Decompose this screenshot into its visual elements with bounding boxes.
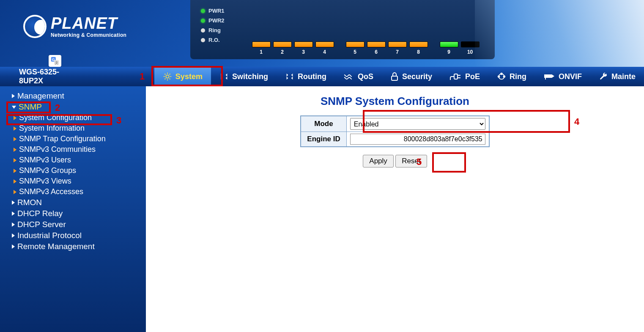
tab-label: ONVIF — [559, 72, 582, 81]
port-jack-icon — [367, 41, 386, 47]
port-label: 1 — [260, 49, 263, 55]
sidebar-item-dhcp-relay[interactable]: DHCP Relay — [0, 208, 146, 219]
sidebar-item-label: SNMPv3 Users — [19, 156, 71, 165]
chevron-right-icon — [14, 116, 16, 120]
sidebar-item-label: System Information — [19, 124, 85, 133]
translate-icon[interactable]: G 文 — [49, 55, 61, 67]
port-label: 2 — [281, 49, 284, 55]
header: PLANET Networking & Communication G 文 PW… — [0, 0, 644, 67]
port-1: 1 — [252, 41, 271, 55]
chevron-right-icon — [14, 137, 16, 141]
annotation-num-3: 3 — [116, 115, 121, 126]
tab-security[interactable]: Security — [382, 67, 441, 86]
sidebar-item-snmp[interactable]: SNMP — [0, 102, 146, 112]
gear-icon — [163, 72, 172, 81]
svg-rect-14 — [454, 74, 458, 79]
mode-select[interactable]: EnabledDisabled — [350, 118, 485, 130]
annotation-num-4: 4 — [574, 116, 579, 127]
tab-system[interactable]: System — [154, 67, 211, 86]
port-jack-icon — [388, 41, 407, 47]
sidebar-item-dhcp-server[interactable]: DHCP Server — [0, 219, 146, 230]
tab-mainte[interactable]: Mainte — [590, 67, 644, 86]
tab-poe[interactable]: PoE — [441, 67, 488, 86]
port-label: 6 — [375, 49, 378, 55]
sidebar-item-snmpv3-groups[interactable]: SNMPv3 Groups — [0, 165, 146, 176]
brand-tagline: Networking & Communication — [51, 32, 126, 38]
led-label: R.O. — [208, 37, 220, 43]
led-indicator-icon — [201, 19, 205, 23]
sidebar-item-label: Management — [17, 91, 64, 101]
sidebar-item-system-information[interactable]: System Information — [0, 123, 146, 134]
port-4: 4 — [315, 41, 334, 55]
engine-id-input[interactable] — [350, 134, 485, 145]
chevron-right-icon — [14, 158, 16, 162]
camera-icon — [543, 73, 555, 80]
engine-id-label: Engine ID — [301, 132, 346, 147]
sidebar-item-snmp-trap-configuration[interactable]: SNMP Trap Configuration — [0, 134, 146, 144]
sidebar-item-snmpv3-communities[interactable]: SNMPv3 Communities — [0, 144, 146, 155]
tab-label: Mainte — [611, 72, 636, 81]
chevron-right-icon — [14, 126, 16, 131]
sidebar-item-rmon[interactable]: RMON — [0, 197, 146, 208]
sidebar-item-label: SNMPv3 Groups — [19, 166, 76, 175]
lock-icon — [390, 72, 399, 81]
chevron-right-icon — [12, 211, 15, 216]
device-panel: PWR1PWR2RingR.O. 12345678910 — [190, 0, 495, 59]
led-ring: Ring — [201, 27, 225, 33]
svg-point-20 — [498, 76, 500, 77]
sidebar-item-management[interactable]: Management — [0, 91, 146, 102]
tab-qos[interactable]: QoS — [335, 67, 382, 86]
annotation-num-5: 5 — [417, 156, 422, 167]
tab-label: Ring — [510, 72, 526, 81]
svg-line-9 — [164, 74, 165, 74]
port-jack-icon — [440, 41, 458, 47]
svg-line-11 — [164, 79, 165, 80]
sidebar-item-label: SNMP — [19, 102, 42, 112]
wrench-icon — [599, 72, 608, 81]
sidebar-item-industrial-protocol[interactable]: Industrial Protocol — [0, 230, 146, 241]
svg-line-12 — [169, 74, 170, 74]
port-label: 9 — [447, 49, 450, 55]
annotation-num-1: 1 — [140, 71, 145, 82]
reset-button[interactable]: Reset — [395, 155, 427, 167]
tab-switching[interactable]: Switching — [211, 67, 277, 86]
sidebar-item-label: SNMP Trap Configuration — [19, 134, 106, 143]
brand-name: PLANET — [51, 15, 126, 31]
sidebar-item-label: SNMPv3 Accesses — [19, 187, 83, 196]
sidebar-item-snmpv3-views[interactable]: SNMPv3 Views — [0, 176, 146, 187]
sidebar-item-label: SNMPv3 Views — [19, 177, 71, 186]
sidebar-item-system-configuration[interactable]: System Configuration — [0, 112, 146, 123]
port-label: 4 — [323, 49, 326, 55]
sidebar-item-label: Industrial Protocol — [17, 231, 82, 240]
tab-routing[interactable]: Routing — [277, 67, 335, 86]
port-10: 10 — [461, 41, 480, 55]
tab-onvif[interactable]: ONVIF — [535, 67, 590, 86]
sidebar-item-snmpv3-users[interactable]: SNMPv3 Users — [0, 155, 146, 165]
sidebar-item-label: Remote Management — [17, 242, 95, 251]
tab-label: System — [175, 72, 203, 81]
plug-icon — [449, 72, 462, 81]
led-ro.: R.O. — [201, 37, 225, 43]
led-pwr2: PWR2 — [201, 17, 225, 24]
sidebar-item-snmpv3-accesses[interactable]: SNMPv3 Accesses — [0, 187, 146, 197]
port-label: 8 — [417, 49, 420, 55]
port-9: 9 — [440, 41, 458, 55]
svg-point-19 — [504, 76, 505, 77]
port-jack-icon — [273, 41, 292, 47]
port-7: 7 — [388, 41, 407, 55]
port-jack-icon — [346, 41, 364, 47]
port-6: 6 — [367, 41, 386, 55]
top-nav: WGS-6325-8UP2X SystemSwitchingRoutingQoS… — [0, 67, 644, 86]
sidebar-item-label: SNMPv3 Communities — [19, 145, 96, 154]
chevron-right-icon — [14, 169, 16, 173]
apply-button[interactable]: Apply — [363, 155, 394, 167]
port-jack-icon — [252, 41, 271, 47]
arrows-icon — [285, 72, 294, 81]
sidebar-item-remote-management[interactable]: Remote Management — [0, 241, 146, 252]
port-label: 7 — [396, 49, 399, 55]
tab-ring[interactable]: Ring — [488, 67, 535, 86]
chevron-right-icon — [12, 200, 15, 205]
svg-point-18 — [501, 73, 502, 75]
chevron-right-icon — [12, 94, 15, 98]
port-jack-icon — [294, 41, 313, 47]
